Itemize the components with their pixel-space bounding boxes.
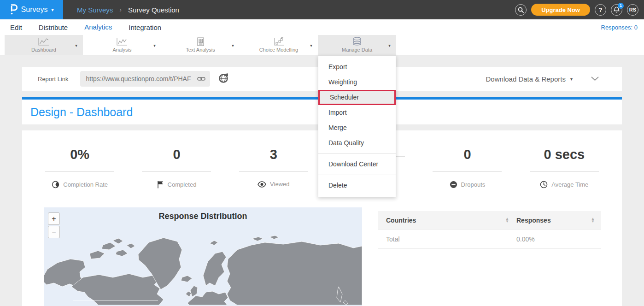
manage-data-menu: Export Weighting Scheduler Import Merge … [318, 55, 396, 197]
chevron-down-icon[interactable]: ▾ [310, 43, 312, 48]
stat-value: 0 [419, 147, 515, 162]
public-link-button[interactable] [218, 73, 229, 85]
sort-icon[interactable]: ▲▼ [591, 218, 595, 223]
logo-label: Surveys [21, 6, 48, 14]
tab-label: Text Analysis [186, 47, 215, 53]
stat-divider [45, 171, 114, 172]
responses-column-header: Responses [516, 217, 551, 224]
total-label: Total [386, 235, 400, 243]
stat-divider [530, 171, 599, 172]
breadcrumb-my-surveys[interactable]: My Surveys [77, 6, 113, 14]
nav-item-distribute[interactable]: Distribute [39, 23, 68, 32]
notification-badge: 1 [618, 3, 624, 9]
question-mark-icon: ? [599, 6, 603, 13]
topbar-actions: Upgrade Now ? 1 RS [515, 0, 638, 19]
stat-label: Completed [168, 181, 197, 188]
document-icon [196, 38, 205, 46]
stat-divider [239, 171, 308, 172]
report-link-input[interactable]: https://www.questionpro.com/t/PHAF [80, 71, 210, 87]
table-row-total: Total 0.00% [378, 230, 601, 249]
line-chart-icon [116, 38, 128, 46]
countries-column-header: Countries [386, 217, 416, 224]
stat-viewed: 3 Viewed [225, 147, 322, 206]
stat-completed: 0 Completed [128, 147, 225, 206]
chevron-down-icon[interactable]: ▾ [388, 43, 391, 48]
breadcrumb: My Surveys › Survey Question [77, 6, 179, 14]
tab-text-analysis[interactable]: Text Analysis ▾ [161, 35, 240, 55]
tab-choice-modelling[interactable]: Choice Modelling ▾ [240, 35, 318, 55]
stat-completion-rate: 0% Completion Rate [31, 147, 128, 206]
topbar: Surveys ▾ My Surveys › Survey Question U… [0, 0, 644, 19]
tab-label: Choice Modelling [259, 47, 298, 53]
menu-item-scheduler[interactable]: Scheduler [318, 90, 396, 105]
menu-divider [318, 153, 396, 154]
line-chart-icon [38, 38, 50, 46]
nav-item-integration[interactable]: Integration [129, 23, 161, 32]
stat-divider [433, 171, 502, 172]
stat-dropouts: 0 Dropouts [419, 147, 515, 206]
chevron-down-icon: ▾ [51, 7, 53, 12]
stat-divider [142, 171, 211, 172]
eye-icon [258, 181, 266, 188]
nav-item-analytics[interactable]: Analytics [84, 22, 112, 32]
world-map[interactable] [44, 231, 362, 305]
search-icon [518, 7, 524, 13]
breadcrumb-separator-icon: › [119, 6, 122, 13]
download-data-reports-dropdown[interactable]: Download Data & Reports ▾ [486, 75, 573, 83]
report-link-label: Report Link [38, 76, 68, 82]
distribution-section: Response Distribution + − [22, 207, 622, 306]
menu-item-data-quality[interactable]: Data Quality [318, 135, 396, 151]
response-distribution-map[interactable]: Response Distribution + − [44, 207, 362, 306]
product-switcher[interactable]: Surveys ▾ [0, 0, 63, 19]
stat-value: 0 secs [516, 147, 613, 162]
download-data-reports-label: Download Data & Reports [486, 75, 566, 83]
chevron-down-icon[interactable]: ▾ [232, 43, 234, 48]
countries-table-header: Countries ▲▼ Responses ▲▼ [378, 211, 601, 230]
clock-icon [540, 181, 548, 188]
globe-lock-icon [218, 73, 229, 83]
tab-label: Dashboard [31, 47, 56, 53]
stat-value: 0 [128, 147, 225, 162]
tab-analysis[interactable]: Analysis ▾ [83, 35, 161, 55]
report-bar-actions: Download Data & Reports ▾ [486, 75, 599, 83]
menu-item-export[interactable]: Export [318, 59, 396, 75]
stat-label: Average Time [551, 181, 588, 188]
collapse-section-button[interactable] [591, 75, 599, 83]
link-icon[interactable] [197, 76, 205, 82]
map-title: Response Distribution [44, 207, 362, 221]
chevron-down-icon[interactable]: ▾ [75, 43, 77, 48]
tab-manage-data[interactable]: Manage Data ▾ [318, 35, 396, 55]
tab-label: Manage Data [342, 47, 372, 53]
pie-icon [52, 181, 59, 188]
chevron-down-icon [591, 76, 599, 81]
nav-item-edit[interactable]: Edit [10, 23, 22, 32]
sort-icon[interactable]: ▲▼ [505, 218, 509, 223]
menu-item-import[interactable]: Import [318, 105, 396, 120]
menu-divider [318, 175, 396, 175]
notifications-button[interactable]: 1 [611, 4, 622, 16]
help-button[interactable]: ? [595, 4, 606, 16]
breadcrumb-current: Survey Question [128, 6, 179, 14]
avatar[interactable]: RS [627, 4, 638, 16]
menu-item-download-center[interactable]: Download Center [318, 157, 396, 172]
stat-label: Viewed [270, 181, 289, 188]
tab-label: Analysis [113, 47, 132, 53]
responses-count: Responses: 0 [601, 24, 638, 31]
menu-item-merge[interactable]: Merge [318, 120, 396, 135]
upgrade-now-button[interactable]: Upgrade Now [531, 4, 590, 16]
chevron-down-icon[interactable]: ▾ [153, 43, 156, 48]
search-button[interactable] [515, 4, 527, 16]
page-title: Design - Dashboard [30, 106, 133, 119]
questionpro-logo-icon [10, 4, 18, 15]
avatar-initials: RS [629, 7, 636, 12]
tab-dashboard[interactable]: Dashboard ▾ [5, 35, 83, 55]
menu-item-delete[interactable]: Delete [318, 178, 396, 193]
stat-average-time: 0 secs Average Time [516, 147, 613, 206]
zoom-in-button[interactable]: + [48, 212, 60, 225]
menu-item-weighting[interactable]: Weighting [318, 75, 396, 90]
survey-nav: Edit Distribute Analytics Integration Re… [0, 19, 644, 35]
minus-circle-icon [450, 181, 457, 188]
database-icon [352, 38, 362, 46]
stat-label: Completion Rate [63, 181, 108, 188]
total-responses-value: 0.00% [516, 235, 535, 243]
